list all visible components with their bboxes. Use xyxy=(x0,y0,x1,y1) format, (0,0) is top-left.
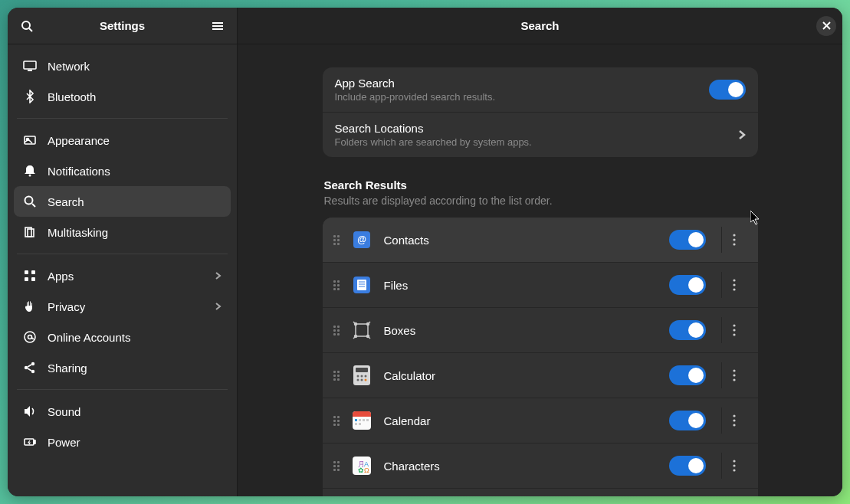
svg-point-33 xyxy=(733,243,735,245)
chars-app-icon: 月A✿Ω xyxy=(350,454,373,477)
close-icon xyxy=(822,21,831,30)
search-locations-row[interactable]: Search Locations Folders which are searc… xyxy=(323,113,758,157)
svg-point-41 xyxy=(733,288,735,290)
svg-point-59 xyxy=(356,379,359,381)
sidebar-item-label: Multitasking xyxy=(48,226,222,239)
more-icon xyxy=(733,414,736,427)
more-button[interactable] xyxy=(721,317,747,343)
page-title: Search xyxy=(264,19,816,32)
svg-rect-67 xyxy=(353,414,371,417)
more-button[interactable] xyxy=(721,227,747,253)
sidebar-title: Settings xyxy=(40,19,205,32)
svg-point-40 xyxy=(733,283,735,286)
drag-handle[interactable] xyxy=(333,326,340,335)
sidebar-item-sharing[interactable]: Sharing xyxy=(14,352,231,383)
result-row-boxes: Boxes xyxy=(323,308,758,353)
svg-rect-55 xyxy=(356,368,368,372)
more-icon xyxy=(733,369,736,381)
calendar-app-icon xyxy=(350,409,373,432)
sidebar-item-apps[interactable]: Apps xyxy=(14,260,231,291)
sidebar-item-notifications[interactable]: Notifications xyxy=(14,155,231,186)
app-search-title: App Search xyxy=(335,77,709,90)
hamburger-icon xyxy=(212,20,224,32)
svg-point-62 xyxy=(733,369,735,371)
svg-rect-14 xyxy=(25,270,28,274)
svg-point-57 xyxy=(360,375,363,378)
sidebar-item-sound[interactable]: Sound xyxy=(14,396,231,427)
hand-icon xyxy=(23,299,37,313)
sidebar-item-multitasking[interactable]: Multitasking xyxy=(14,217,231,247)
svg-rect-15 xyxy=(31,270,35,274)
close-button[interactable] xyxy=(816,16,836,36)
contacts-app-icon: @ xyxy=(350,228,373,251)
sidebar-item-privacy[interactable]: Privacy xyxy=(14,291,231,322)
results-list: @ContactsFilesBoxesCalculatorCalendar月A✿… xyxy=(323,218,758,496)
menu-button[interactable] xyxy=(205,13,231,39)
at-icon xyxy=(23,330,37,344)
result-row-calculator: Calculator xyxy=(323,353,758,398)
drag-handle[interactable] xyxy=(333,280,340,290)
display-icon xyxy=(23,59,37,73)
result-toggle[interactable] xyxy=(669,365,706,385)
svg-point-51 xyxy=(733,324,735,326)
results-section-title: Search Results xyxy=(324,178,758,191)
more-button[interactable] xyxy=(721,407,747,434)
svg-point-49 xyxy=(354,335,356,338)
results-section-subtitle: Results are displayed according to the l… xyxy=(324,195,758,207)
sidebar-item-network[interactable]: Network xyxy=(14,51,231,81)
search-button[interactable] xyxy=(14,13,40,39)
svg-point-61 xyxy=(364,379,366,381)
svg-rect-42 xyxy=(356,324,368,336)
result-toggle[interactable] xyxy=(669,275,706,295)
more-button[interactable] xyxy=(721,453,747,479)
search-icon xyxy=(23,195,37,208)
result-label: Characters xyxy=(384,460,658,473)
sidebar-item-online-accounts[interactable]: Online Accounts xyxy=(14,322,231,352)
main-header: Search xyxy=(238,8,842,44)
svg-point-31 xyxy=(733,234,735,236)
drag-handle[interactable] xyxy=(333,461,340,471)
svg-text:Ω: Ω xyxy=(364,466,369,474)
result-toggle[interactable] xyxy=(669,456,706,476)
svg-text:@: @ xyxy=(357,234,366,245)
svg-point-32 xyxy=(733,238,735,241)
svg-point-84 xyxy=(733,469,735,471)
drag-handle[interactable] xyxy=(333,416,340,426)
svg-line-1 xyxy=(29,28,32,31)
result-toggle[interactable] xyxy=(669,320,706,340)
result-toggle[interactable] xyxy=(669,230,706,250)
app-search-subtitle: Include app-provided search results. xyxy=(335,91,709,103)
svg-point-74 xyxy=(733,414,735,417)
sidebar-list: NetworkBluetoothAppearanceNotificationsS… xyxy=(8,44,237,496)
search-locations-subtitle: Folders which are searched by system app… xyxy=(335,136,738,148)
sidebar-item-label: Sound xyxy=(48,405,222,418)
svg-line-11 xyxy=(32,204,35,207)
svg-point-10 xyxy=(25,197,33,205)
grid-icon xyxy=(23,269,37,283)
sidebar-item-power[interactable]: Power xyxy=(14,427,231,457)
app-search-row: App Search Include app-provided search r… xyxy=(323,67,758,113)
result-row-calendar: Calendar xyxy=(323,398,758,443)
sidebar-item-search[interactable]: Search xyxy=(14,186,231,217)
result-toggle[interactable] xyxy=(669,411,706,430)
sidebar-item-bluetooth[interactable]: Bluetooth xyxy=(14,81,231,112)
more-icon xyxy=(733,324,736,336)
result-label: Calculator xyxy=(384,369,658,382)
svg-rect-2 xyxy=(212,22,223,24)
app-search-toggle[interactable] xyxy=(709,80,746,100)
svg-point-76 xyxy=(733,424,735,426)
svg-point-50 xyxy=(366,335,369,338)
svg-point-21 xyxy=(31,362,34,365)
main-panel: Search App Search Include app-provided s… xyxy=(238,8,842,496)
drag-handle[interactable] xyxy=(333,235,340,245)
result-row-characters: 月A✿ΩCharacters xyxy=(323,443,758,489)
svg-point-56 xyxy=(356,375,359,378)
more-button[interactable] xyxy=(721,272,747,298)
appearance-icon xyxy=(23,133,37,147)
drag-handle[interactable] xyxy=(333,371,340,381)
sidebar-item-appearance[interactable]: Appearance xyxy=(14,125,231,155)
result-label: Files xyxy=(384,279,658,292)
more-button[interactable] xyxy=(721,362,747,388)
sidebar-item-label: Bluetooth xyxy=(48,90,222,103)
svg-rect-4 xyxy=(212,28,223,30)
